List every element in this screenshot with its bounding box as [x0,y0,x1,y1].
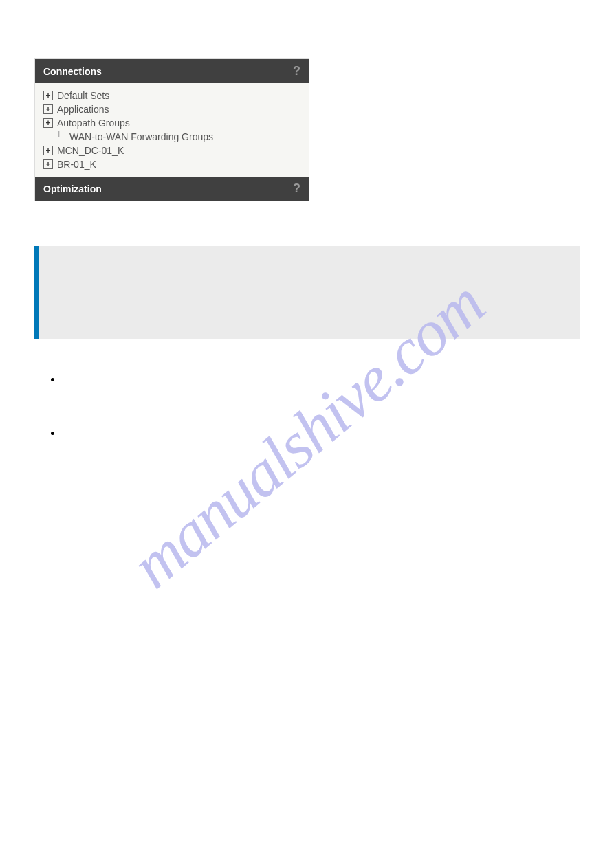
tree-item-label: BR-01_K [57,159,96,170]
connections-title: Connections [43,66,102,77]
tree-item-label: WAN-to-WAN Forwarding Groups [69,131,213,142]
tree-item-autopath-groups[interactable]: + Autopath Groups [43,116,300,130]
tree-item-mcn-dc[interactable]: + MCN_DC-01_K [43,144,300,157]
list-item [62,427,580,439]
tree-item-label: Default Sets [57,90,109,101]
tree-item-wan-forwarding[interactable]: └ WAN-to-WAN Forwarding Groups [43,130,300,144]
help-icon[interactable]: ? [293,181,300,196]
tree-item-label: Applications [57,104,109,115]
optimization-header: Optimization ? [35,177,309,201]
connections-header: Connections ? [35,59,309,83]
connections-tree: + Default Sets + Applications + Autopath… [35,83,309,177]
expand-icon[interactable]: + [43,91,53,100]
list-item [62,373,580,386]
tree-item-default-sets[interactable]: + Default Sets [43,89,300,102]
bullet-list [34,373,580,439]
tree-item-br-01[interactable]: + BR-01_K [43,157,300,171]
optimization-title: Optimization [43,183,102,194]
tree-item-label: Autopath Groups [57,118,130,129]
connections-panel: Connections ? + Default Sets + Applicati… [34,58,309,201]
tree-connector-icon: └ [56,131,68,142]
tree-item-label: MCN_DC-01_K [57,145,124,156]
expand-icon[interactable]: + [43,118,53,128]
expand-icon[interactable]: + [43,104,53,114]
note-box [34,246,580,339]
expand-icon[interactable]: + [43,146,53,155]
tree-item-applications[interactable]: + Applications [43,102,300,116]
help-icon[interactable]: ? [293,64,300,78]
expand-icon[interactable]: + [43,159,53,169]
